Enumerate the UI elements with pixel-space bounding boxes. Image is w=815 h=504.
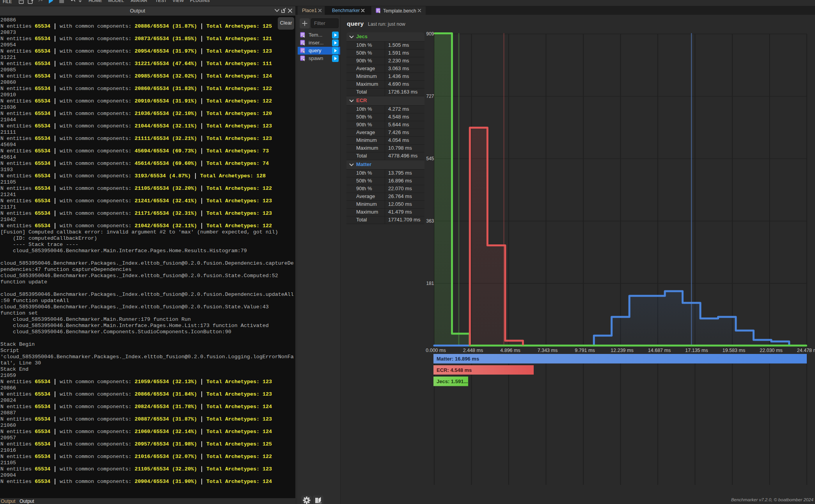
svg-text:0.000 ms: 0.000 ms bbox=[426, 348, 446, 353]
svg-text:ECR: 4.548 ms: ECR: 4.548 ms bbox=[437, 367, 472, 373]
svg-text:9.791 ms: 9.791 ms bbox=[575, 348, 595, 353]
svg-text:14.687 ms: 14.687 ms bbox=[648, 348, 671, 353]
svg-text:363: 363 bbox=[426, 218, 434, 224]
svg-text:4.896 ms: 4.896 ms bbox=[500, 348, 520, 353]
svg-text:24.478 ms: 24.478 ms bbox=[797, 348, 815, 353]
svg-text:7.343 ms: 7.343 ms bbox=[538, 348, 558, 353]
svg-text:12.239 ms: 12.239 ms bbox=[611, 348, 633, 353]
svg-text:Matter: 16.896 ms: Matter: 16.896 ms bbox=[437, 356, 479, 362]
svg-text:545: 545 bbox=[426, 156, 434, 161]
svg-text:Jecs: 1.591...: Jecs: 1.591... bbox=[437, 378, 468, 384]
svg-text:2.448 ms: 2.448 ms bbox=[463, 348, 483, 353]
svg-text:181: 181 bbox=[426, 281, 434, 286]
svg-text:17.135 ms: 17.135 ms bbox=[685, 348, 708, 353]
svg-text:909: 909 bbox=[426, 31, 434, 37]
svg-text:22.030 ms: 22.030 ms bbox=[760, 348, 782, 353]
svg-text:727: 727 bbox=[426, 94, 434, 99]
svg-text:19.583 ms: 19.583 ms bbox=[723, 348, 745, 353]
